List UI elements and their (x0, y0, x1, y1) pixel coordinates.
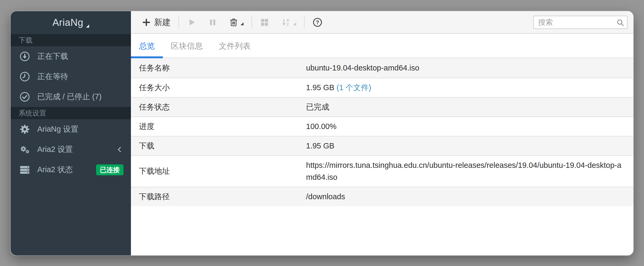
tab-label: 文件列表 (219, 41, 251, 52)
check-circle-icon (20, 92, 30, 102)
chevron-left-icon[interactable] (115, 146, 123, 153)
row-value: 1.95 GB (306, 140, 624, 152)
toolbar: 新建 (131, 11, 633, 34)
sidebar-item-aria2-status[interactable]: Aria2 状态 已连接 (11, 160, 131, 180)
start-task-button[interactable] (185, 18, 198, 27)
sidebar-item-downloading[interactable]: 正在下载 (11, 46, 131, 66)
table-row-downloaded: 下载 1.95 GB (131, 136, 633, 155)
table-row-task-size: 任务大小 1.95 GB (1 个文件) (131, 78, 633, 97)
dropdown-caret-icon (293, 22, 296, 25)
new-task-button[interactable]: 新建 (141, 17, 172, 28)
gear-icon (20, 124, 30, 134)
sidebar-section-label: 下载 (19, 36, 32, 45)
toolbar-separator (179, 16, 179, 29)
main-content: 新建 (131, 11, 633, 255)
file-count-link[interactable]: (1 个文件) (336, 83, 371, 92)
grid-icon (260, 18, 269, 27)
gears-icon (20, 144, 30, 155)
toolbar-separator (304, 16, 305, 29)
trash-icon (229, 18, 238, 27)
tab-pieces[interactable]: 区块信息 (163, 34, 211, 58)
row-label: 任务名称 (131, 63, 306, 73)
brand-caret-icon (86, 24, 89, 28)
sidebar-item-label: AriaNg 设置 (37, 124, 79, 135)
table-row-progress: 进度 100.00% (131, 117, 633, 136)
dropdown-caret-icon (241, 22, 243, 25)
table-row-task-name: 任务名称 ubuntu-19.04-desktop-amd64.iso (131, 58, 633, 78)
pause-task-button[interactable] (207, 18, 218, 27)
sidebar-item-label: 正在等待 (37, 71, 68, 82)
server-icon (20, 165, 30, 175)
row-label: 任务大小 (131, 82, 306, 93)
brand-header[interactable]: AriaNg (11, 11, 131, 34)
row-value: /downloads (306, 191, 624, 203)
plus-icon (142, 18, 151, 27)
svg-text:Z: Z (286, 22, 289, 27)
sort-button[interactable]: AZ (280, 18, 298, 27)
row-value: ubuntu-19.04-desktop-amd64.iso (306, 62, 624, 74)
svg-text:A: A (286, 18, 289, 22)
sidebar-item-aria2-settings[interactable]: Aria2 设置 (11, 139, 131, 160)
status-badge: 已连接 (96, 164, 123, 175)
sidebar-item-waiting[interactable]: 正在等待 (11, 66, 131, 87)
tab-overview[interactable]: 总览 (131, 34, 163, 58)
row-label: 下载 (131, 141, 306, 151)
row-label: 任务状态 (131, 102, 306, 113)
sidebar-item-label: 正在下载 (37, 51, 68, 62)
table-row-task-status: 任务状态 已完成 (131, 97, 633, 117)
row-value: https://mirrors.tuna.tsinghua.edu.cn/ubu… (306, 159, 624, 183)
question-circle-icon: ? (313, 18, 322, 27)
display-order-button[interactable] (258, 18, 271, 27)
table-row-download-path: 下载路径 /downloads (131, 187, 633, 206)
brand-title: AriaNg (52, 17, 83, 28)
sidebar-item-ariang-settings[interactable]: AriaNg 设置 (11, 119, 131, 139)
sidebar-section-label: 系统设置 (19, 109, 46, 118)
row-label: 下载地址 (131, 166, 306, 177)
search-input[interactable] (533, 16, 628, 29)
task-detail-table: 任务名称 ubuntu-19.04-desktop-amd64.iso 任务大小… (131, 58, 633, 255)
ariang-window: AriaNg 下载 正在下载 正在等待 已完成 / 已停止 (7) 系统设置 (11, 11, 633, 255)
tab-bar: 总览 区块信息 文件列表 (131, 34, 633, 58)
pause-icon (208, 18, 217, 27)
tab-label: 总览 (139, 41, 155, 52)
toolbar-separator (251, 16, 252, 29)
sidebar-item-stopped[interactable]: 已完成 / 已停止 (7) (11, 87, 131, 107)
sidebar-item-label: 已完成 / 已停止 (7) (37, 92, 102, 102)
arrow-circle-down-icon (20, 51, 30, 61)
play-icon (187, 18, 196, 27)
search-icon (616, 19, 624, 28)
row-label: 下载路径 (131, 192, 306, 202)
help-button[interactable]: ? (311, 18, 324, 27)
sidebar-item-label: Aria2 设置 (37, 144, 73, 155)
table-row-download-url: 下载地址 https://mirrors.tuna.tsinghua.edu.c… (131, 155, 633, 187)
sort-alpha-icon: AZ (281, 18, 291, 27)
tab-label: 区块信息 (171, 41, 203, 52)
sidebar-item-label: Aria2 状态 (37, 164, 73, 175)
svg-text:?: ? (316, 19, 319, 25)
new-task-label: 新建 (154, 17, 171, 28)
clock-icon (20, 72, 30, 82)
row-value: 已完成 (306, 101, 624, 113)
tab-files[interactable]: 文件列表 (211, 34, 259, 58)
sidebar: AriaNg 下载 正在下载 正在等待 已完成 / 已停止 (7) 系统设置 (11, 11, 131, 255)
row-value: 1.95 GB (1 个文件) (306, 82, 624, 94)
search-box (533, 16, 628, 29)
row-value: 100.00% (306, 120, 624, 132)
sidebar-section-download: 下载 (11, 34, 131, 46)
delete-task-button[interactable] (228, 18, 245, 27)
row-label: 进度 (131, 121, 306, 132)
sidebar-section-settings: 系统设置 (11, 107, 131, 119)
size-value: 1.95 GB (306, 83, 334, 92)
